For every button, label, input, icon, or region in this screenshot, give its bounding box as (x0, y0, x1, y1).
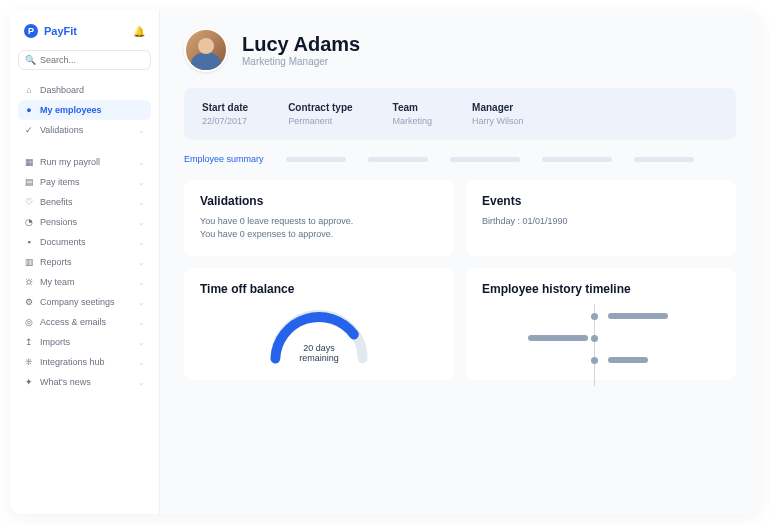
sidebar-item-label: My employees (40, 105, 102, 115)
tab-placeholder[interactable] (542, 157, 612, 162)
sidebar-item-dashboard[interactable]: ⌂ Dashboard (18, 80, 151, 100)
hub-icon: ⁜ (24, 357, 34, 367)
sidebar-item-company-settings[interactable]: ⚙ Company seetings ⌄ (18, 292, 151, 312)
sidebar-item-access-emails[interactable]: ◎ Access & emails ⌄ (18, 312, 151, 332)
time-off-gauge: 20 days remaining (264, 304, 374, 364)
sidebar-item-label: Integrations hub (40, 357, 105, 367)
chevron-down-icon: ⌄ (138, 378, 145, 387)
chevron-down-icon: ⌄ (138, 338, 145, 347)
info-value: 22/07/2017 (202, 116, 248, 126)
time-off-card: Time off balance 20 days remaining (184, 268, 454, 380)
tab-placeholder[interactable] (368, 157, 428, 162)
info-label: Contract type (288, 102, 352, 113)
import-icon: ↥ (24, 337, 34, 347)
info-start-date: Start date 22/07/2017 (202, 102, 248, 126)
card-title: Time off balance (200, 282, 438, 296)
search-input[interactable] (40, 55, 144, 65)
sidebar-item-reports[interactable]: ▥ Reports ⌄ (18, 252, 151, 272)
timeline-bar (608, 357, 648, 363)
events-birthday-line: Birthday : 01/01/1990 (482, 216, 720, 226)
sidebar-item-label: Run my payroll (40, 157, 100, 167)
sidebar: P PayFit 🔔 🔍 ⌂ Dashboard ● My employees … (10, 10, 160, 514)
chevron-down-icon: ⌄ (138, 218, 145, 227)
report-icon: ▥ (24, 257, 34, 267)
chevron-down-icon: ⌄ (138, 318, 145, 327)
timeline-row (482, 354, 720, 366)
timeline-bar (608, 313, 668, 319)
sidebar-item-label: Company seetings (40, 297, 115, 307)
pension-icon: ◔ (24, 217, 34, 227)
sidebar-item-label: Pay items (40, 177, 80, 187)
timeline-dot-icon (591, 357, 598, 364)
timeline-dot-icon (591, 335, 598, 342)
employee-avatar[interactable] (184, 28, 228, 72)
sidebar-item-pensions[interactable]: ◔ Pensions ⌄ (18, 212, 151, 232)
tab-placeholder[interactable] (450, 157, 520, 162)
info-label: Manager (472, 102, 524, 113)
tab-bar: Employee summary (184, 154, 736, 164)
chevron-down-icon: ⌄ (138, 178, 145, 187)
chevron-down-icon: ⌄ (138, 126, 145, 135)
timeline-dot-icon (591, 313, 598, 320)
sidebar-item-label: Documents (40, 237, 86, 247)
heart-icon: ♡ (24, 197, 34, 207)
sidebar-item-my-team[interactable]: ⛭ My team ⌄ (18, 272, 151, 292)
employee-info-bar: Start date 22/07/2017 Contract type Perm… (184, 88, 736, 140)
validations-expenses-line: You have 0 expenses to approve. (200, 229, 438, 239)
sidebar-item-my-employees[interactable]: ● My employees (18, 100, 151, 120)
sidebar-item-validations[interactable]: ✓ Validations ⌄ (18, 120, 151, 140)
chevron-down-icon: ⌄ (138, 358, 145, 367)
timeline-bar (528, 335, 588, 341)
employee-header: Lucy Adams Marketing Manager (184, 28, 736, 72)
sidebar-item-label: Access & emails (40, 317, 106, 327)
employee-name: Lucy Adams (242, 33, 360, 56)
gauge-remaining: remaining (299, 354, 339, 364)
search-icon: 🔍 (25, 55, 36, 65)
info-contract-type: Contract type Permanent (288, 102, 352, 126)
validations-card: Validations You have 0 leave requests to… (184, 180, 454, 256)
tab-employee-summary[interactable]: Employee summary (184, 154, 264, 164)
card-title: Validations (200, 194, 438, 208)
payroll-icon: ▦ (24, 157, 34, 167)
employee-role: Marketing Manager (242, 56, 360, 67)
chevron-down-icon: ⌄ (138, 238, 145, 247)
info-value: Marketing (393, 116, 433, 126)
folder-icon: ▪ (24, 237, 34, 247)
sidebar-item-documents[interactable]: ▪ Documents ⌄ (18, 232, 151, 252)
sidebar-item-label: What's news (40, 377, 91, 387)
news-icon: ✦ (24, 377, 34, 387)
timeline-row (482, 310, 720, 322)
main-content: Lucy Adams Marketing Manager Start date … (160, 10, 760, 514)
info-label: Team (393, 102, 433, 113)
home-icon: ⌂ (24, 85, 34, 95)
sidebar-item-benefits[interactable]: ♡ Benefits ⌄ (18, 192, 151, 212)
notification-icon[interactable]: 🔔 (133, 26, 145, 37)
history-card: Employee history timeline (466, 268, 736, 380)
sidebar-item-label: Benefits (40, 197, 73, 207)
tab-placeholder[interactable] (286, 157, 346, 162)
sidebar-item-label: Imports (40, 337, 70, 347)
card-title: Events (482, 194, 720, 208)
validations-leave-line: You have 0 leave requests to approve. (200, 216, 438, 226)
chevron-down-icon: ⌄ (138, 278, 145, 287)
sidebar-item-run-payroll[interactable]: ▦ Run my payroll ⌄ (18, 152, 151, 172)
info-manager: Manager Harry Wilson (472, 102, 524, 126)
sidebar-item-label: Pensions (40, 217, 77, 227)
brand-logo-icon: P (24, 24, 38, 38)
search-box[interactable]: 🔍 (18, 50, 151, 70)
sidebar-item-label: My team (40, 277, 75, 287)
team-icon: ⛭ (24, 277, 34, 287)
chevron-down-icon: ⌄ (138, 298, 145, 307)
tab-placeholder[interactable] (634, 157, 694, 162)
sidebar-item-whats-news[interactable]: ✦ What's news ⌄ (18, 372, 151, 392)
chevron-down-icon: ⌄ (138, 198, 145, 207)
sidebar-item-label: Reports (40, 257, 72, 267)
access-icon: ◎ (24, 317, 34, 327)
timeline-row (482, 332, 720, 344)
history-timeline (482, 304, 720, 366)
sidebar-item-integrations-hub[interactable]: ⁜ Integrations hub ⌄ (18, 352, 151, 372)
sidebar-item-pay-items[interactable]: ▤ Pay items ⌄ (18, 172, 151, 192)
info-value: Harry Wilson (472, 116, 524, 126)
brand: P PayFit 🔔 (18, 20, 151, 50)
sidebar-item-imports[interactable]: ↥ Imports ⌄ (18, 332, 151, 352)
